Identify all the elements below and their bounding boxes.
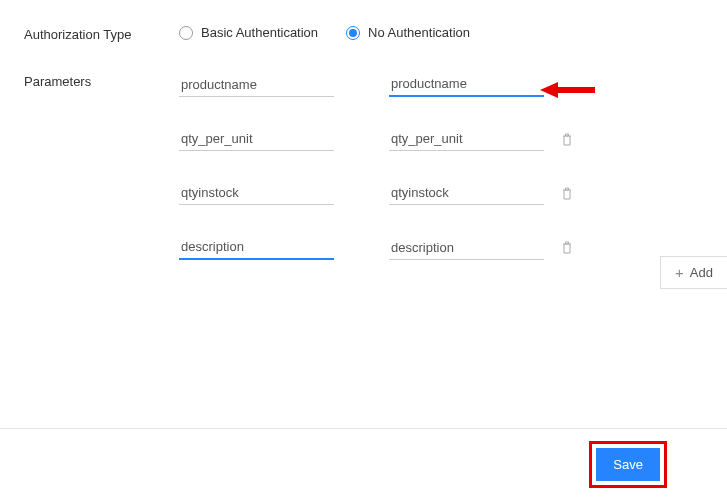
arrow-annotation-icon [540, 81, 595, 99]
auth-radio-group: Basic Authentication No Authentication [179, 25, 470, 40]
delete-icon[interactable] [544, 133, 589, 146]
param-row [179, 72, 589, 97]
param-value-input[interactable] [389, 236, 544, 260]
param-row [179, 127, 589, 151]
param-value-input[interactable] [389, 127, 544, 151]
param-row [179, 235, 589, 260]
save-highlight: Save [589, 441, 667, 488]
radio-basic-label: Basic Authentication [201, 25, 318, 40]
parameters-label: Parameters [24, 72, 179, 260]
add-button-label: Add [690, 265, 713, 280]
param-key-input[interactable] [179, 235, 334, 260]
parameters-rows [179, 72, 589, 260]
param-key-input[interactable] [179, 127, 334, 151]
radio-none-label: No Authentication [368, 25, 470, 40]
footer: Save [0, 428, 727, 500]
radio-circle-icon [346, 26, 360, 40]
save-button[interactable]: Save [596, 448, 660, 481]
authorization-type-label: Authorization Type [24, 25, 179, 42]
radio-basic-authentication[interactable]: Basic Authentication [179, 25, 318, 40]
delete-icon[interactable] [544, 187, 589, 200]
param-key-input[interactable] [179, 181, 334, 205]
radio-no-authentication[interactable]: No Authentication [346, 25, 470, 40]
param-value-input[interactable] [389, 181, 544, 205]
svg-marker-0 [540, 82, 595, 98]
param-key-input[interactable] [179, 73, 334, 97]
plus-icon: + [675, 265, 684, 280]
delete-icon[interactable] [544, 241, 589, 254]
authorization-type-row: Authorization Type Basic Authentication … [24, 25, 727, 42]
radio-circle-icon [179, 26, 193, 40]
param-value-input[interactable] [389, 72, 544, 97]
param-row [179, 181, 589, 205]
add-button[interactable]: + Add [660, 256, 727, 289]
